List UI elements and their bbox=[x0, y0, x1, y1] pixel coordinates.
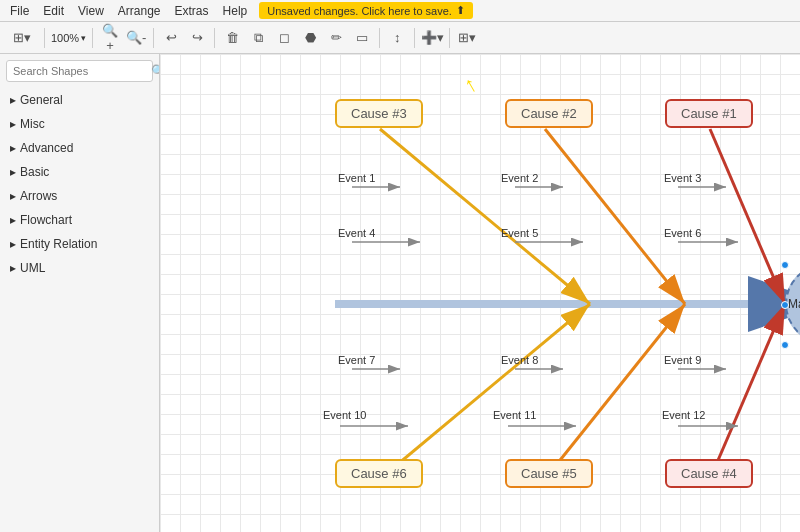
sidebar-item-misc[interactable]: ▸ Misc bbox=[0, 112, 159, 136]
sidebar-label: Arrows bbox=[20, 189, 57, 203]
cause-box-1[interactable]: Cause #1 bbox=[665, 99, 753, 128]
sidebar-item-advanced[interactable]: ▸ Advanced bbox=[0, 136, 159, 160]
main-layout: 🔍 ▸ General ▸ Misc ▸ Advanced ▸ Basic ▸ … bbox=[0, 54, 800, 532]
menu-view[interactable]: View bbox=[72, 2, 110, 20]
menu-arrange[interactable]: Arrange bbox=[112, 2, 167, 20]
separator-7 bbox=[449, 28, 450, 48]
fill-button[interactable]: ⬣ bbox=[299, 27, 321, 49]
sidebar-label: Misc bbox=[20, 117, 45, 131]
toolbar: ⊞▾ 100% ▾ 🔍+ 🔍- ↩ ↪ 🗑 ⧉ ◻ ⬣ ✏ ▭ ↕ ➕▾ ⊞▾ bbox=[0, 22, 800, 54]
cause-5-label: Cause #5 bbox=[521, 466, 577, 481]
arrange-button[interactable]: ↕ bbox=[386, 27, 408, 49]
separator-5 bbox=[379, 28, 380, 48]
menubar: File Edit View Arrange Extras Help Unsav… bbox=[0, 0, 800, 22]
zoom-in-button[interactable]: 🔍+ bbox=[99, 27, 121, 49]
search-input[interactable] bbox=[13, 65, 151, 77]
menu-edit[interactable]: Edit bbox=[37, 2, 70, 20]
chevron-icon: ▸ bbox=[10, 93, 16, 107]
delete-button[interactable]: 🗑 bbox=[221, 27, 243, 49]
chevron-icon: ▸ bbox=[10, 189, 16, 203]
chevron-icon: ▸ bbox=[10, 213, 16, 227]
copy-button[interactable]: ◻ bbox=[273, 27, 295, 49]
sidebar-label: Advanced bbox=[20, 141, 73, 155]
event-9-label: Event 9 bbox=[664, 354, 701, 366]
menu-help[interactable]: Help bbox=[217, 2, 254, 20]
event-8-label: Event 8 bbox=[501, 354, 538, 366]
unsaved-banner[interactable]: Unsaved changes. Click here to save. ⬆ bbox=[259, 2, 473, 19]
event-2-label: Event 2 bbox=[501, 172, 538, 184]
zoom-control[interactable]: 100% ▾ bbox=[51, 32, 86, 44]
menu-file[interactable]: File bbox=[4, 2, 35, 20]
save-upload-icon: ⬆ bbox=[456, 4, 465, 17]
svg-line-9 bbox=[710, 129, 785, 304]
event-4-label: Event 4 bbox=[338, 227, 375, 239]
unsaved-text: Unsaved changes. Click here to save. bbox=[267, 5, 452, 17]
page-selector[interactable]: ⊞▾ bbox=[6, 27, 38, 49]
svg-line-8 bbox=[545, 129, 685, 304]
sidebar: 🔍 ▸ General ▸ Misc ▸ Advanced ▸ Basic ▸ … bbox=[0, 54, 160, 532]
svg-line-10 bbox=[380, 304, 590, 479]
chevron-icon: ▸ bbox=[10, 165, 16, 179]
sidebar-item-uml[interactable]: ▸ UML bbox=[0, 256, 159, 280]
sidebar-item-entity-relation[interactable]: ▸ Entity Relation bbox=[0, 232, 159, 256]
event-11-label: Event 11 bbox=[493, 409, 536, 421]
event-1-label: Event 1 bbox=[338, 172, 375, 184]
chevron-icon: ▸ bbox=[10, 237, 16, 251]
cause-box-4[interactable]: Cause #4 bbox=[665, 459, 753, 488]
cause-box-5[interactable]: Cause #5 bbox=[505, 459, 593, 488]
svg-line-12 bbox=[710, 304, 785, 479]
main-problem-label: Main Problem bbox=[788, 297, 800, 311]
handle-tl[interactable] bbox=[781, 261, 789, 269]
handle-bl[interactable] bbox=[781, 341, 789, 349]
cause-3-label: Cause #3 bbox=[351, 106, 407, 121]
menu-extras[interactable]: Extras bbox=[169, 2, 215, 20]
svg-line-7 bbox=[380, 129, 590, 304]
zoom-dropdown-icon: ▾ bbox=[81, 33, 86, 43]
chevron-icon: ▸ bbox=[10, 261, 16, 275]
zoom-level: 100% bbox=[51, 32, 79, 44]
zoom-out-button[interactable]: 🔍- bbox=[125, 27, 147, 49]
insert-button[interactable]: ➕▾ bbox=[421, 27, 443, 49]
separator-1 bbox=[44, 28, 45, 48]
separator-6 bbox=[414, 28, 415, 48]
search-icon: 🔍 bbox=[151, 64, 160, 78]
line-style-button[interactable]: ✏ bbox=[325, 27, 347, 49]
sidebar-label: General bbox=[20, 93, 63, 107]
event-6-label: Event 6 bbox=[664, 227, 701, 239]
chevron-icon: ▸ bbox=[10, 117, 16, 131]
cause-box-3[interactable]: Cause #3 bbox=[335, 99, 423, 128]
sidebar-label: UML bbox=[20, 261, 45, 275]
cause-6-label: Cause #6 bbox=[351, 466, 407, 481]
handle-ml[interactable] bbox=[781, 301, 789, 309]
cause-box-6[interactable]: Cause #6 bbox=[335, 459, 423, 488]
event-12-label: Event 12 bbox=[662, 409, 705, 421]
canvas[interactable]: Cause #3 Cause #2 Cause #1 Cause #6 Caus… bbox=[160, 54, 800, 532]
event-7-label: Event 7 bbox=[338, 354, 375, 366]
event-10-label: Event 10 bbox=[323, 409, 366, 421]
event-5-label: Event 5 bbox=[501, 227, 538, 239]
sidebar-item-general[interactable]: ▸ General bbox=[0, 88, 159, 112]
cause-4-label: Cause #4 bbox=[681, 466, 737, 481]
cause-box-2[interactable]: Cause #2 bbox=[505, 99, 593, 128]
sidebar-label: Basic bbox=[20, 165, 49, 179]
cause-1-label: Cause #1 bbox=[681, 106, 737, 121]
sidebar-item-basic[interactable]: ▸ Basic bbox=[0, 160, 159, 184]
duplicate-button[interactable]: ⧉ bbox=[247, 27, 269, 49]
sidebar-item-flowchart[interactable]: ▸ Flowchart bbox=[0, 208, 159, 232]
event-3-label: Event 3 bbox=[664, 172, 701, 184]
chevron-icon: ▸ bbox=[10, 141, 16, 155]
separator-4 bbox=[214, 28, 215, 48]
separator-3 bbox=[153, 28, 154, 48]
cause-2-label: Cause #2 bbox=[521, 106, 577, 121]
svg-line-11 bbox=[545, 304, 685, 479]
search-box[interactable]: 🔍 bbox=[6, 60, 153, 82]
shape-button[interactable]: ▭ bbox=[351, 27, 373, 49]
sidebar-item-arrows[interactable]: ▸ Arrows bbox=[0, 184, 159, 208]
separator-2 bbox=[92, 28, 93, 48]
redo-button[interactable]: ↪ bbox=[186, 27, 208, 49]
undo-button[interactable]: ↩ bbox=[160, 27, 182, 49]
table-button[interactable]: ⊞▾ bbox=[456, 27, 478, 49]
sidebar-label: Entity Relation bbox=[20, 237, 97, 251]
sidebar-label: Flowchart bbox=[20, 213, 72, 227]
